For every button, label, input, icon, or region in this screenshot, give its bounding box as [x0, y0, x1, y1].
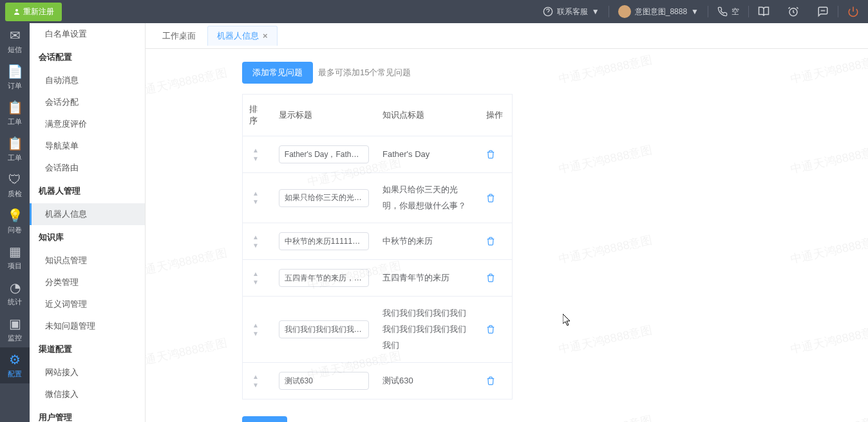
- alarm-icon: [788, 6, 799, 17]
- sidebar-header-kb: 知识库: [30, 225, 145, 250]
- sidebar-item-assign[interactable]: 会话分配: [30, 91, 145, 113]
- content-area: 工作桌面 机器人信息× 中通天鸿8888意图 中通天鸿8888意图 中通天鸿88…: [146, 23, 868, 422]
- table-row: ▲▼我们我们我们我们我们我们我们我们我们我们我们: [243, 297, 513, 363]
- delete-button[interactable]: [486, 376, 505, 385]
- sidebar-item-satisfaction[interactable]: 满意度评价: [30, 113, 145, 135]
- add-faq-button[interactable]: 添加常见问题: [242, 62, 313, 84]
- help-icon: [543, 6, 553, 17]
- kb-title-cell: 中秋节的来历: [376, 223, 480, 260]
- sidebar-item-wechat[interactable]: 微信接入: [30, 383, 145, 405]
- kb-title-cell: 我们我们我们我们我们我们我们我们我们我们我们: [376, 297, 480, 363]
- rail-monitor[interactable]: ▣监控: [0, 311, 30, 347]
- save-button[interactable]: 保存: [242, 416, 287, 422]
- watermark: 中通天鸿8888意图: [789, 232, 868, 267]
- power-icon: [847, 6, 859, 17]
- username-label: 意图意图_8888: [635, 6, 687, 17]
- rail-stats[interactable]: ◔统计: [0, 275, 30, 311]
- display-title-input[interactable]: [279, 145, 369, 163]
- kb-title-cell: 如果只给你三天的光明，你最想做什么事？: [376, 173, 480, 223]
- delete-button[interactable]: [486, 194, 505, 203]
- sort-down-icon[interactable]: ▼: [252, 243, 263, 249]
- register-label: 重新注册: [23, 6, 54, 17]
- chart-icon: ◔: [10, 280, 21, 295]
- watermark: 中通天鸿8888意图: [557, 322, 654, 357]
- tab-robotinfo[interactable]: 机器人信息×: [207, 26, 278, 46]
- rail-survey[interactable]: 💡问卷: [0, 203, 30, 239]
- sort-up-icon[interactable]: ▲: [252, 234, 263, 241]
- rail-project[interactable]: ▦项目: [0, 239, 30, 275]
- sidebar-header-channel: 渠道配置: [30, 337, 145, 362]
- watermark: 中通天鸿8888意图: [789, 142, 868, 177]
- sort-down-icon[interactable]: ▼: [252, 382, 263, 389]
- phone-icon: [717, 6, 728, 17]
- sidebar-item-automsg[interactable]: 自动消息: [30, 69, 145, 91]
- monitor-icon: ▣: [9, 316, 21, 331]
- delete-button[interactable]: [486, 150, 505, 159]
- rail-order[interactable]: 📄订单: [0, 59, 30, 95]
- tab-desktop[interactable]: 工作桌面: [153, 26, 205, 46]
- phone-status[interactable]: 空: [708, 6, 748, 17]
- avatar: [618, 5, 631, 18]
- phone-status-label: 空: [731, 6, 739, 17]
- register-button[interactable]: 重新注册: [5, 3, 62, 21]
- sidebar-item-whitelist[interactable]: 白名单设置: [30, 23, 145, 45]
- display-title-input[interactable]: [279, 372, 369, 390]
- sidebar-item-unknown[interactable]: 未知问题管理: [30, 315, 145, 337]
- sort-up-icon[interactable]: ▲: [252, 190, 263, 197]
- display-title-input[interactable]: [279, 320, 369, 338]
- watermark: 中通天鸿8888意图: [789, 322, 868, 357]
- delete-button[interactable]: [486, 237, 505, 246]
- sidebar-item-robotinfo[interactable]: 机器人信息: [30, 203, 145, 225]
- sort-up-icon[interactable]: ▲: [252, 147, 263, 154]
- watermark: 中通天鸿8888意图: [557, 232, 654, 267]
- delete-button[interactable]: [486, 325, 505, 334]
- sort-down-icon[interactable]: ▼: [252, 279, 263, 286]
- contact-support[interactable]: 联系客服 ▼: [534, 6, 609, 17]
- watermark: 中通天鸿8888意图: [146, 335, 229, 370]
- sidebar-item-kbmanage[interactable]: 知识点管理: [30, 250, 145, 271]
- rail-ticket2[interactable]: 📋工单: [0, 131, 30, 167]
- user-icon: [13, 8, 21, 15]
- power-button[interactable]: [838, 6, 868, 17]
- close-icon[interactable]: ×: [263, 31, 268, 41]
- sidebar-item-web[interactable]: 网站接入: [30, 362, 145, 383]
- sidebar-header-session: 会话配置: [30, 45, 145, 69]
- display-title-input[interactable]: [279, 269, 369, 287]
- th-sort: 排序: [243, 95, 272, 136]
- svg-point-4: [823, 10, 824, 11]
- sidebar-header-user: 用户管理: [30, 405, 145, 422]
- chat-button[interactable]: [808, 6, 838, 17]
- display-title-input[interactable]: [279, 232, 369, 250]
- gear-icon: ⚙: [9, 352, 21, 367]
- th-kb: 知识点标题: [376, 95, 480, 136]
- book-icon: [758, 6, 769, 17]
- dropdown-icon: ▼: [691, 7, 699, 16]
- rail-sms[interactable]: ✉短信: [0, 23, 30, 59]
- rail-ticket1[interactable]: 📋工单: [0, 95, 30, 131]
- shield-icon: 🛡: [8, 172, 21, 187]
- sidebar-item-category[interactable]: 分类管理: [30, 271, 145, 293]
- sort-down-icon[interactable]: ▼: [252, 156, 263, 162]
- table-row: ▲▼中秋节的来历: [243, 223, 513, 260]
- sort-up-icon[interactable]: ▲: [252, 374, 263, 380]
- table-row: ▲▼Father's Day: [243, 136, 513, 173]
- book-button[interactable]: [749, 6, 778, 17]
- sidebar-item-navmenu[interactable]: 导航菜单: [30, 135, 145, 157]
- table-row: ▲▼如果只给你三天的光明，你最想做什么事？: [243, 173, 513, 223]
- sort-down-icon[interactable]: ▼: [252, 331, 263, 337]
- user-menu[interactable]: 意图意图_8888 ▼: [609, 5, 708, 18]
- faq-table: 排序 显示标题 知识点标题 操作 ▲▼Father's Day▲▼如果只给你三天…: [242, 94, 513, 399]
- rail-config[interactable]: ⚙配置: [0, 347, 30, 383]
- alarm-button[interactable]: [778, 6, 808, 17]
- sidebar-item-synonym[interactable]: 近义词管理: [30, 293, 145, 315]
- kb-title-cell: 五四青年节的来历: [376, 260, 480, 297]
- delete-button[interactable]: [486, 273, 505, 282]
- watermark: 中通天鸿8888意图: [146, 65, 229, 100]
- sidebar-header-robot: 机器人管理: [30, 179, 145, 203]
- display-title-input[interactable]: [279, 189, 369, 207]
- sort-up-icon[interactable]: ▲: [252, 271, 263, 277]
- rail-qc[interactable]: 🛡质检: [0, 167, 30, 203]
- sort-down-icon[interactable]: ▼: [252, 199, 263, 205]
- sidebar-item-routing[interactable]: 会话路由: [30, 157, 145, 179]
- sort-up-icon[interactable]: ▲: [252, 322, 263, 329]
